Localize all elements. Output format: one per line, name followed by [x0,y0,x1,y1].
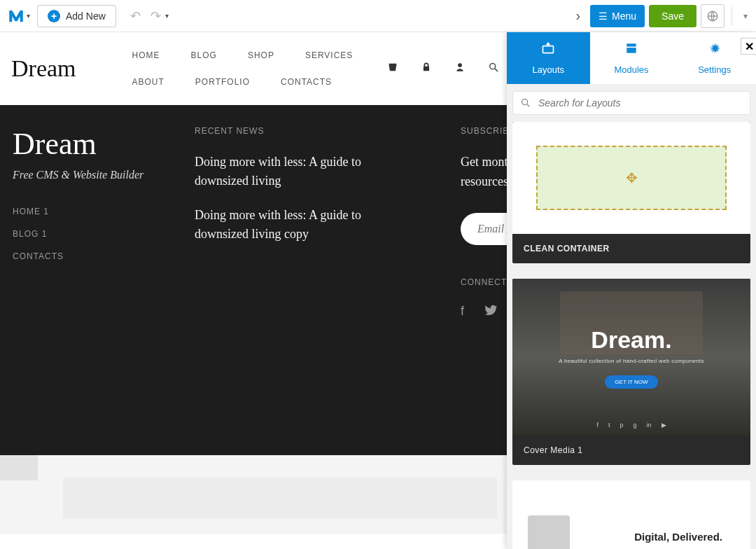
footer-link-blog[interactable]: BLOG 1 [13,229,167,239]
panel-tabs: Layouts Modules Settings [507,32,756,84]
svg-rect-4 [626,48,636,53]
layout-card-label: Cover Media 1 [512,436,750,465]
more-menu-button[interactable]: ▾ [739,11,752,21]
modules-icon [624,41,639,59]
save-label: Save [662,11,684,22]
tab-layouts[interactable]: Layouts [507,32,590,84]
footer-link-contacts[interactable]: CONTACTS [13,251,167,261]
layout-card-digital[interactable]: Digital, Delivered. [512,480,750,549]
tab-modules-label: Modules [614,64,648,75]
layouts-icon [540,41,556,59]
svg-point-1 [490,64,496,69]
forward-arrow-button[interactable]: › [570,8,586,24]
tab-layouts-label: Layouts [533,64,565,75]
move-icon: ✥ [626,169,638,186]
settings-icon [708,41,722,59]
add-new-label: Add New [66,11,106,22]
app-logo-menu[interactable]: ▾ [4,7,33,25]
app-toolbar: ▾ + Add New ↶ ↷▾ › ☰ Menu Save ▾ [0,0,756,32]
menu-button[interactable]: ☰ Menu [590,5,645,27]
nav-portfolio[interactable]: PORTFOLIO [195,77,250,87]
nav-shop[interactable]: SHOP [248,50,274,60]
site-nav: HOME BLOG SHOP SERVICES ABOUT PORTFOLIO … [132,50,354,87]
nav-home[interactable]: HOME [132,50,160,60]
add-new-button[interactable]: + Add New [37,5,116,27]
tab-modules[interactable]: Modules [590,32,673,84]
user-icon[interactable] [454,62,466,76]
footer-link-home[interactable]: HOME 1 [13,207,167,216]
nav-contacts[interactable]: CONTACTS [281,77,332,87]
tab-settings-label: Settings [698,64,731,75]
history-controls: ↶ ↷▾ [130,8,169,24]
thumb-cta: GET IT NOW [605,375,657,389]
panel-scroll-area[interactable]: ✥ CLEAN CONTAINER Dream. A beautiful col… [507,122,756,549]
search-icon[interactable] [487,62,500,76]
hamburger-icon: ☰ [598,11,608,22]
svg-rect-2 [543,46,554,53]
footer-title: Dream [13,126,167,162]
cart-icon[interactable] [386,62,399,76]
layout-thumb: Digital, Delivered. [512,480,750,549]
layout-thumb: Dream. A beautiful collection of hand-cr… [512,279,750,436]
toolbar-separator [732,7,732,25]
svg-rect-3 [626,43,636,46]
layout-search-input[interactable] [538,97,743,109]
layout-card-clean-container[interactable]: ✥ CLEAN CONTAINER [512,122,750,263]
layouts-panel: ✕ Layouts Modules Settings ✥ CLEAN CONTA… [507,32,756,549]
layout-thumb: ✥ [512,122,750,234]
search-icon [520,97,531,109]
nav-blog[interactable]: BLOG [191,50,217,60]
facebook-icon[interactable]: f [461,304,464,320]
site-logo-text: Dream [11,55,76,82]
logo-caret-icon: ▾ [27,12,30,20]
header-icon-group [386,62,500,76]
menu-label: Menu [612,11,636,22]
undo-button[interactable]: ↶ [130,8,141,24]
publish-globe-button[interactable] [701,4,724,28]
app-logo-icon [7,7,25,25]
lock-icon[interactable] [420,62,433,76]
redo-button[interactable]: ↷▾ [150,8,169,24]
layout-card-label: CLEAN CONTAINER [512,234,750,263]
globe-icon [706,10,719,22]
svg-point-6 [522,99,528,105]
plus-circle-icon: + [48,10,60,22]
thumb-social-row: ftpgin▶ [596,422,666,429]
panel-close-button[interactable]: ✕ [741,38,756,55]
thumb-headline: Digital, Delivered. [634,531,722,543]
news-item[interactable]: Doing more with less: A guide to downsiz… [195,206,405,244]
news-item[interactable]: Doing more with less: A guide to downsiz… [195,153,405,190]
save-button[interactable]: Save [649,5,696,27]
nav-services[interactable]: SERVICES [305,50,353,60]
twitter-icon[interactable] [485,304,498,320]
panel-search[interactable] [512,91,750,115]
thumb-subtitle: A beautiful collection of hand-crafted w… [559,358,704,364]
footer-subtitle: Free CMS & Website Builder [13,169,167,181]
recent-news-heading: RECENT NEWS [195,126,405,136]
nav-about[interactable]: ABOUT [132,77,164,87]
layout-card-cover-media-1[interactable]: Dream. A beautiful collection of hand-cr… [512,279,750,465]
thumb-title: Dream. [591,326,671,354]
